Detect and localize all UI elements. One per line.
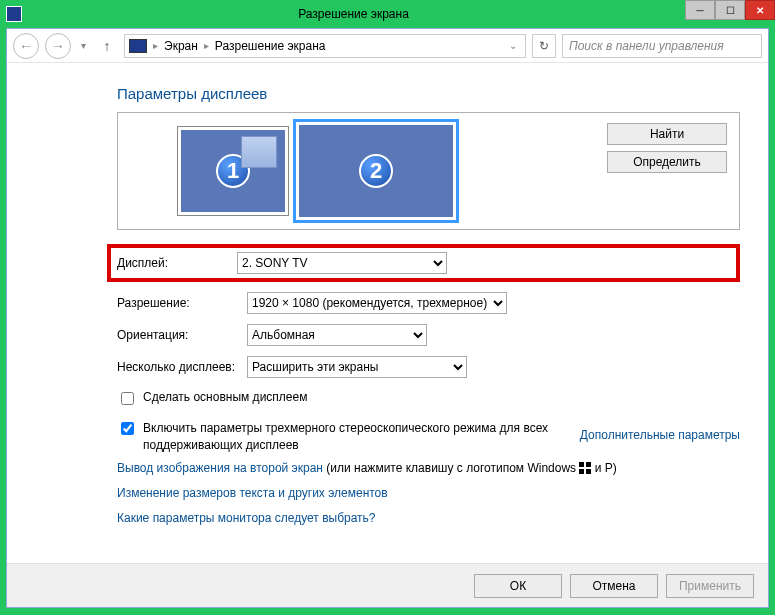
make-main-label: Сделать основным дисплеем (143, 390, 307, 404)
stereo-3d-label: Включить параметры трехмерного стереоско… (143, 420, 637, 454)
up-button[interactable]: ↑ (96, 35, 118, 57)
address-bar[interactable]: ▸ Экран ▸ Разрешение экрана ⌄ (124, 34, 526, 58)
chevron-right-icon: ▸ (204, 40, 209, 51)
minimize-button[interactable] (685, 0, 715, 20)
search-input[interactable]: Поиск в панели управления (562, 34, 762, 58)
window-title: Разрешение экрана (22, 7, 685, 21)
advanced-settings-link[interactable]: Дополнительные параметры (580, 428, 740, 442)
stereo-3d-row: Включить параметры трехмерного стереоско… (117, 420, 637, 454)
breadcrumb-root[interactable]: Экран (164, 39, 198, 53)
back-button[interactable]: ← (13, 33, 39, 59)
resolution-label: Разрешение: (117, 296, 247, 310)
display-select[interactable]: 2. SONY TV (237, 252, 447, 274)
which-monitor-link[interactable]: Какие параметры монитора следует выбрать… (117, 511, 376, 525)
display-arrangement-panel[interactable]: 1 2 Найти Определить (117, 112, 740, 230)
windows-key-icon (579, 462, 591, 474)
footer-bar: ОК Отмена Применить (7, 563, 768, 607)
chevron-right-icon: ▸ (153, 40, 158, 51)
breadcrumb-current[interactable]: Разрешение экрана (215, 39, 326, 53)
app-icon (6, 6, 22, 22)
monitor-icon (129, 39, 147, 53)
project-suffix-text: (или нажмите клавишу с логотипом Windows (326, 461, 579, 475)
monitor-1[interactable]: 1 (178, 127, 288, 215)
make-main-row: Сделать основным дисплеем (117, 390, 637, 408)
close-button[interactable] (745, 0, 775, 20)
bottom-links: Вывод изображения на второй экран (или н… (117, 456, 740, 532)
maximize-button[interactable] (715, 0, 745, 20)
page-title: Параметры дисплеев (117, 85, 740, 102)
cancel-button[interactable]: Отмена (570, 574, 658, 598)
titlebar[interactable]: Разрешение экрана (0, 0, 775, 28)
window-controls (685, 0, 775, 20)
refresh-button[interactable]: ↻ (532, 34, 556, 58)
text-size-link[interactable]: Изменение размеров текста и других элеме… (117, 486, 388, 500)
history-dropdown-icon[interactable]: ▾ (77, 40, 90, 51)
detect-button[interactable]: Найти (607, 123, 727, 145)
forward-button[interactable]: → (45, 33, 71, 59)
orientation-label: Ориентация: (117, 328, 247, 342)
identify-button[interactable]: Определить (607, 151, 727, 173)
search-placeholder: Поиск в панели управления (569, 39, 724, 53)
orientation-select[interactable]: Альбомная (247, 324, 427, 346)
project-link[interactable]: Вывод изображения на второй экран (117, 461, 323, 475)
resolution-select[interactable]: 1920 × 1080 (рекомендуется, трехмерное) (247, 292, 507, 314)
highlighted-display-row: Дисплей: 2. SONY TV (107, 244, 740, 282)
monitor-1-badge: 1 (216, 154, 250, 188)
project-tail-text: и P) (595, 461, 617, 475)
multi-display-select[interactable]: Расширить эти экраны (247, 356, 467, 378)
apply-button[interactable]: Применить (666, 574, 754, 598)
make-main-checkbox[interactable] (121, 392, 134, 405)
ok-button[interactable]: ОК (474, 574, 562, 598)
monitor-2-selected[interactable]: 2 (296, 122, 456, 220)
window-body: ← → ▾ ↑ ▸ Экран ▸ Разрешение экрана ⌄ ↻ … (6, 28, 769, 608)
navbar: ← → ▾ ↑ ▸ Экран ▸ Разрешение экрана ⌄ ↻ … (7, 29, 768, 63)
stereo-3d-checkbox[interactable] (121, 422, 134, 435)
content-area: Параметры дисплеев 1 2 Найти Определить … (7, 63, 768, 563)
multi-display-label: Несколько дисплеев: (117, 360, 247, 374)
settings-form: Дисплей: 2. SONY TV Разрешение: 1920 × 1… (117, 244, 740, 378)
window-frame: Разрешение экрана ← → ▾ ↑ ▸ Экран ▸ Разр… (0, 0, 775, 615)
chevron-down-icon[interactable]: ⌄ (509, 40, 521, 51)
display-label: Дисплей: (117, 256, 237, 270)
monitor-2-badge: 2 (359, 154, 393, 188)
